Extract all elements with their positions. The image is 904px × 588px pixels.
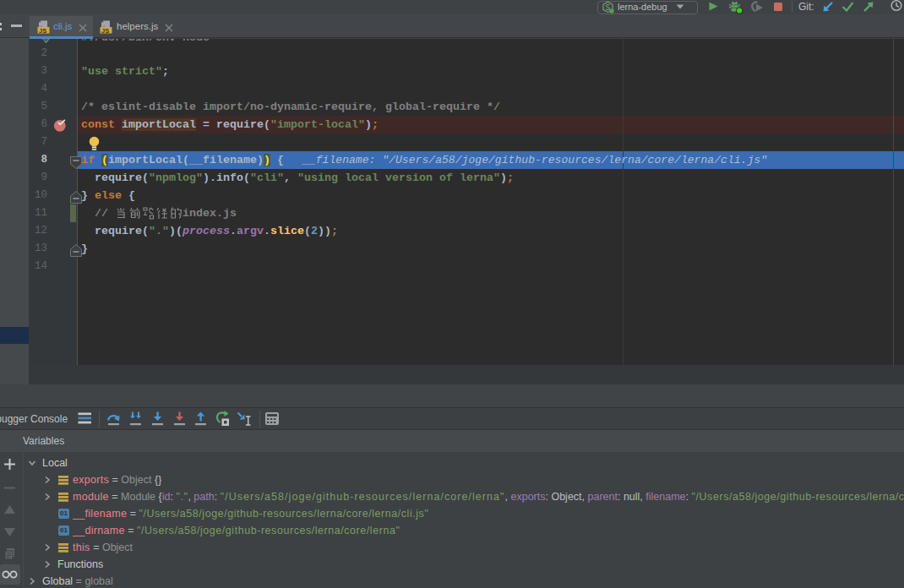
svg-text:JS: JS <box>101 27 109 35</box>
svg-text:JS: JS <box>39 27 46 35</box>
